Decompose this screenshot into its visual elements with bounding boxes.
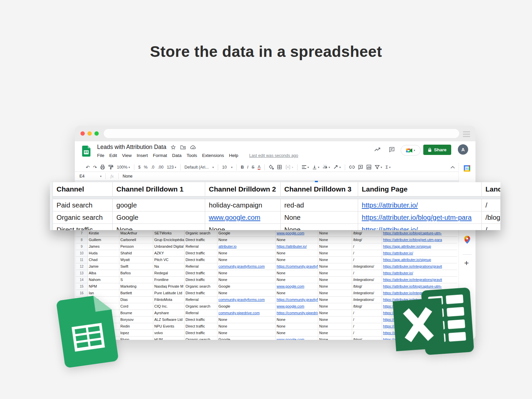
row-header[interactable]: 16: [75, 290, 88, 297]
star-icon[interactable]: [171, 145, 176, 150]
cell-channel[interactable]: Referral: [185, 243, 217, 250]
cell-link[interactable]: https://attributer.io/: [383, 251, 413, 255]
fill-color-button[interactable]: [269, 165, 274, 170]
cell-channel[interactable]: Organic search: [185, 303, 217, 310]
cell-link[interactable]: community.gravityforms.com: [218, 298, 265, 302]
cell-cd2[interactable]: None: [276, 323, 318, 330]
zoom-table-cell[interactable]: /: [482, 199, 500, 211]
cell-cd2[interactable]: https://attributer.io/: [276, 243, 318, 250]
cell-cd3[interactable]: None: [318, 243, 352, 250]
cell-channel[interactable]: Direct traffic: [185, 257, 217, 263]
cell-link[interactable]: www.google.com: [277, 337, 304, 340]
increase-decimals-button[interactable]: .00: [158, 165, 163, 170]
cell-link[interactable]: https://attributer.io/: [362, 226, 418, 230]
cell-link[interactable]: https://community.gravityforms.com: [277, 298, 318, 302]
cell-company[interactable]: Ayrshare: [153, 310, 185, 317]
address-bar[interactable]: [104, 129, 459, 138]
merge-cells-button[interactable]: ▾: [285, 165, 293, 170]
cell-company[interactable]: Redegal: [153, 270, 185, 277]
cell-url[interactable]: https://attributer.io/integrations/gravi…: [382, 263, 457, 270]
row-header[interactable]: 15: [75, 283, 88, 290]
comment-history-icon[interactable]: [389, 147, 395, 154]
cell-last[interactable]: Wyatt: [119, 257, 153, 263]
cell-path[interactable]: /: [352, 330, 382, 336]
cell-cd1[interactable]: None: [217, 290, 276, 297]
cell-cd1[interactable]: None: [217, 257, 276, 263]
doc-title[interactable]: Leads with Attribution Data: [97, 144, 166, 151]
hide-menus-button[interactable]: [451, 166, 455, 169]
cell-cd3[interactable]: None: [318, 230, 352, 237]
menu-view[interactable]: View: [122, 153, 132, 158]
cell-cd1[interactable]: None: [217, 237, 276, 243]
insert-link-button[interactable]: [349, 165, 355, 169]
cell-path[interactable]: /blog/: [352, 230, 382, 237]
font-size-select[interactable]: 10▾: [222, 165, 232, 170]
cell-url[interactable]: https://attributer.io/: [382, 250, 457, 257]
menu-extensions[interactable]: Extensions: [202, 153, 224, 158]
cell-cd2[interactable]: www.google.com: [276, 283, 318, 290]
activity-chart-icon[interactable]: [374, 147, 381, 154]
cell-cd2[interactable]: www.google.com: [276, 303, 318, 310]
add-addon-button[interactable]: +: [464, 258, 469, 268]
cell-cd2[interactable]: None: [276, 250, 318, 257]
cell-last[interactable]: Shahid: [119, 250, 153, 257]
meet-button[interactable]: ▾: [401, 145, 421, 156]
zoom-table-cell[interactable]: https://attributer.io/: [358, 224, 482, 230]
italic-button[interactable]: I: [247, 165, 248, 170]
zoom-table-cell[interactable]: google: [113, 199, 205, 211]
menu-tools[interactable]: Tools: [187, 153, 197, 158]
cell-last[interactable]: Marketing: [119, 283, 153, 290]
row-header[interactable]: 9: [75, 243, 88, 250]
cell-company[interactable]: FilintoMota: [153, 297, 185, 303]
cell-cd3[interactable]: None: [318, 270, 352, 277]
calendar-icon[interactable]: 31: [464, 165, 470, 173]
formula-input[interactable]: None: [119, 174, 133, 179]
cell-path[interactable]: /integrations/: [352, 290, 382, 297]
cell-cd2[interactable]: None: [276, 290, 318, 297]
horizontal-align-button[interactable]: ▾: [302, 165, 309, 169]
cell-channel[interactable]: Direct traffic: [185, 250, 217, 257]
cell-cd2[interactable]: https://community.gravityforms.com: [276, 263, 318, 270]
minimize-window-button[interactable]: [87, 131, 92, 136]
cell-cd1[interactable]: community.gravityforms.com: [217, 297, 276, 303]
row-header[interactable]: 7: [75, 230, 88, 237]
zoom-table-cell[interactable]: /: [482, 224, 500, 230]
cell-channel[interactable]: Organic search: [185, 336, 217, 340]
cell-channel[interactable]: Referral: [185, 310, 217, 317]
row-header[interactable]: 12: [75, 263, 88, 270]
cell-company[interactable]: Pure Latitude Ltd: [153, 290, 185, 297]
cell-link[interactable]: www.google.com: [277, 231, 304, 235]
zoom-table-cell[interactable]: Organic search: [53, 211, 113, 223]
cell-first[interactable]: Chad: [88, 257, 119, 263]
cell-url[interactable]: https://app.attributer.io/signup: [382, 243, 457, 250]
cell-channel[interactable]: Referral: [185, 263, 217, 270]
cell-last[interactable]: Redin: [119, 323, 153, 330]
cell-company[interactable]: HUM: [153, 336, 185, 340]
vertical-align-button[interactable]: ▾: [312, 165, 319, 170]
decrease-decimals-button[interactable]: .0: [151, 165, 154, 170]
cell-cd2[interactable]: https://community.pipedrive.com: [276, 310, 318, 317]
zoom-select[interactable]: 100%▾: [117, 165, 130, 170]
cell-channel[interactable]: Organic search: [185, 230, 217, 237]
cell-path[interactable]: /blog/: [352, 237, 382, 243]
cell-link[interactable]: https://attributer.io/blog/get-utm-para: [362, 213, 471, 221]
cell-path[interactable]: /blog/: [352, 336, 382, 340]
zoom-table-cell[interactable]: None: [113, 224, 205, 230]
bold-button[interactable]: B: [241, 165, 244, 170]
cell-company[interactable]: NPU Events: [153, 323, 185, 330]
cell-channel[interactable]: Direct traffic: [185, 290, 217, 297]
cell-first[interactable]: Jamie: [88, 263, 119, 270]
cell-link[interactable]: https://attributer.io/blog/capture-utm-: [383, 284, 442, 288]
cell-path[interactable]: /: [352, 310, 382, 317]
cell-cd1[interactable]: None: [217, 317, 276, 323]
zoom-table-cell[interactable]: Direct traffic: [53, 224, 113, 230]
row-header[interactable]: 11: [75, 257, 88, 263]
row-header[interactable]: 14: [75, 277, 88, 283]
cell-first[interactable]: Guillem: [88, 237, 119, 243]
cell-cd3[interactable]: None: [318, 323, 352, 330]
cell-url[interactable]: https://attributer.io/integrations/gravi…: [382, 277, 457, 283]
insert-chart-button[interactable]: [366, 165, 371, 170]
more-formats-button[interactable]: 123▾: [167, 165, 176, 170]
cell-link[interactable]: attributer.io: [218, 244, 236, 248]
cell-last[interactable]: Carbonell: [119, 237, 153, 243]
